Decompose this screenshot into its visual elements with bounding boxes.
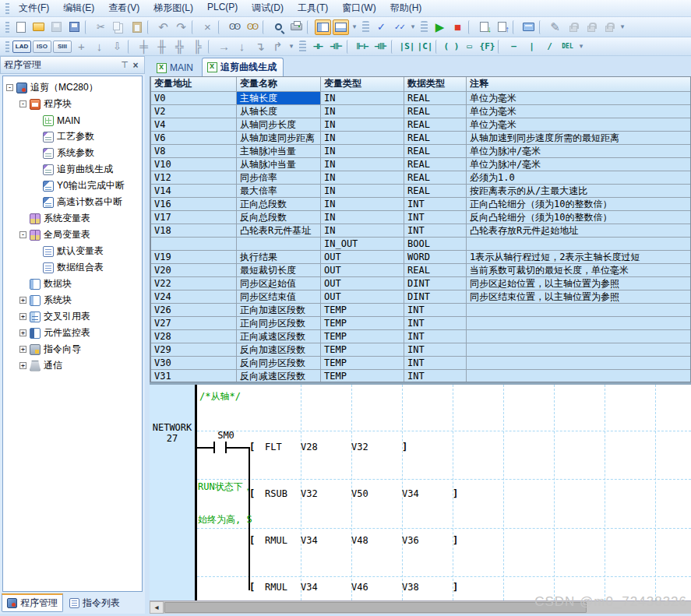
- expander-icon[interactable]: +: [19, 297, 26, 304]
- tree-item[interactable]: + 交叉引用表: [3, 308, 142, 325]
- cell-data-type[interactable]: REAL: [404, 171, 467, 184]
- parallel-branch-close-icon[interactable]: ╠: [189, 39, 206, 55]
- upload-from-plc-icon[interactable]: [494, 19, 510, 35]
- instruction-operand[interactable]: V38: [402, 582, 453, 593]
- menu-item[interactable]: 编辑(E): [56, 0, 101, 16]
- cell-address[interactable]: V29: [151, 343, 237, 356]
- menu-item[interactable]: 文件(F): [12, 0, 56, 16]
- cell-var-type[interactable]: TEMP: [321, 357, 404, 369]
- compile-all-icon[interactable]: ✓✓: [391, 19, 407, 35]
- tree-item[interactable]: MAIN: [3, 112, 142, 128]
- stop-icon[interactable]: ■: [450, 19, 466, 35]
- cell-data-type[interactable]: INT: [404, 211, 467, 224]
- cell-data-type[interactable]: INT: [404, 317, 467, 329]
- cell-address[interactable]: V22: [151, 277, 237, 290]
- cell-var-type[interactable]: IN: [321, 185, 404, 197]
- ladder-instruction[interactable]: [ RSUB V32 V50 V34 ]: [249, 488, 464, 500]
- cell-data-type[interactable]: INT: [404, 330, 467, 343]
- var-table-row[interactable]: V20 最短裁切长度 OUT REAL 当前系数可裁切的最短长度，单位毫米: [151, 264, 690, 277]
- cell-comment[interactable]: 同步区起始位置，以主轴位置为参照: [467, 277, 690, 290]
- compile-icon[interactable]: ✓: [373, 19, 390, 35]
- branch-close-icon[interactable]: ╫: [153, 39, 170, 55]
- toggle-project-panel-icon[interactable]: [315, 19, 331, 35]
- toolbar-separator[interactable]: [391, 40, 397, 54]
- cut-icon[interactable]: ✂: [93, 19, 109, 35]
- toolbar-separator[interactable]: [513, 20, 518, 34]
- cell-data-type[interactable]: REAL: [404, 264, 467, 276]
- toolbar-overflow-icon[interactable]: ▾: [287, 39, 295, 55]
- var-table-row[interactable]: V24 同步区结束值 OUT DINT 同步区结束位置，以主轴位置为参照: [151, 290, 690, 304]
- ladder-instruction[interactable]: [ FLT V28 V32 ]: [249, 441, 464, 453]
- instruction-operand[interactable]: V28: [301, 442, 351, 452]
- cell-name[interactable]: 从轴同步长度: [237, 118, 321, 131]
- cell-var-type[interactable]: TEMP: [321, 343, 404, 356]
- cell-address[interactable]: V17: [151, 211, 237, 224]
- ladder-editor[interactable]: NETWORK 27 /*从轴*/ SM0 RUN状态下， 始终为高, S [ …: [150, 385, 691, 600]
- toolbar-overflow-icon[interactable]: ▾: [351, 19, 358, 35]
- cell-var-type[interactable]: IN: [321, 158, 404, 171]
- function-instruction-icon[interactable]: {F}: [479, 39, 495, 55]
- unlock-icon[interactable]: [583, 19, 599, 35]
- cell-name[interactable]: 正向总段数: [237, 198, 321, 210]
- insert-cell-icon[interactable]: +: [73, 39, 90, 55]
- toggle-output-panel-icon[interactable]: [333, 19, 349, 35]
- cell-data-type[interactable]: REAL: [404, 158, 467, 171]
- cell-name[interactable]: 反向减速区段数: [237, 370, 321, 382]
- cell-var-type[interactable]: IN: [321, 118, 404, 131]
- tree-item[interactable]: 系统变量表: [3, 210, 142, 227]
- contact-closed-parallel-icon[interactable]: ⊣⊪: [372, 39, 389, 55]
- download-to-plc-icon[interactable]: [476, 19, 492, 35]
- contact-closed-icon[interactable]: ⊩⊢: [354, 39, 371, 55]
- cell-name[interactable]: 主轴脉冲当量: [237, 145, 321, 157]
- cell-data-type[interactable]: REAL: [404, 132, 467, 144]
- document-tab[interactable]: 追剪曲线生成: [202, 58, 284, 76]
- save-icon[interactable]: [48, 19, 65, 35]
- coil-icon[interactable]: ( ): [443, 39, 460, 55]
- cell-comment[interactable]: [467, 304, 690, 316]
- tree-item[interactable]: Y0输出完成中断: [3, 178, 142, 194]
- cell-comment[interactable]: [467, 343, 690, 356]
- copy-icon[interactable]: [111, 19, 127, 35]
- cell-name[interactable]: 反向加速区段数: [237, 343, 321, 356]
- tree-item[interactable]: 系统参数: [3, 145, 142, 161]
- toolbar-overflow-icon[interactable]: ▾: [577, 39, 585, 55]
- cell-comment[interactable]: 必须为1.0: [467, 171, 690, 184]
- var-table-row[interactable]: V19 执行结果 OUT WORD 1表示从轴行程过短，2表示主轴长度过短: [151, 251, 690, 264]
- column-header[interactable]: 变量名称: [237, 77, 321, 91]
- cell-data-type[interactable]: REAL: [404, 145, 467, 157]
- cell-comment[interactable]: 从轴加速到同步速度所需的最短距离: [467, 132, 690, 144]
- cell-address[interactable]: V31: [151, 370, 237, 382]
- cell-name[interactable]: 执行结果: [237, 251, 321, 263]
- sidebar-footer-tab[interactable]: 程序管理: [2, 593, 63, 612]
- sfc-view-icon[interactable]: SIII: [53, 40, 72, 53]
- expander-icon[interactable]: +: [19, 313, 26, 320]
- cell-var-type[interactable]: TEMP: [321, 317, 404, 329]
- toolbar-separator[interactable]: [539, 20, 545, 34]
- toolbar-separator[interactable]: [307, 20, 312, 34]
- toolbar-separator[interactable]: [128, 40, 133, 54]
- cell-address[interactable]: V10: [151, 158, 237, 171]
- delete-line-icon[interactable]: ∕: [541, 39, 558, 55]
- cell-data-type[interactable]: REAL: [404, 92, 467, 104]
- cell-address[interactable]: [151, 238, 237, 250]
- var-table-row[interactable]: V28 正向减速区段数 TEMP INT: [151, 330, 690, 343]
- cell-var-type[interactable]: IN: [321, 145, 404, 157]
- lock-icon[interactable]: [565, 19, 581, 35]
- vertical-line-icon[interactable]: |: [524, 39, 540, 55]
- delete-element-icon[interactable]: DEL: [559, 39, 576, 55]
- instruction-operand[interactable]: V46: [351, 582, 402, 593]
- ladder-instruction[interactable]: [ RMUL V34 V46 V38 ]: [249, 581, 464, 593]
- lad-view-icon[interactable]: LAD: [12, 40, 31, 53]
- var-table-row[interactable]: V18 凸轮表R元件基址 IN INT 凸轮表存放R元件起始地址: [151, 224, 690, 238]
- menu-item[interactable]: 梯形图(L): [146, 0, 200, 16]
- menu-item[interactable]: 查看(V): [101, 0, 146, 16]
- column-header[interactable]: 变量地址: [151, 77, 237, 91]
- var-table-row[interactable]: V10 从轴脉冲当量 IN REAL 单位为脉冲/毫米: [151, 158, 690, 171]
- cell-var-type[interactable]: TEMP: [321, 370, 404, 382]
- expander-icon[interactable]: +: [19, 329, 26, 336]
- cell-var-type[interactable]: TEMP: [321, 304, 404, 316]
- branch-open-icon[interactable]: ╪: [136, 39, 152, 55]
- cell-var-type[interactable]: IN: [321, 211, 404, 224]
- save-all-icon[interactable]: [66, 19, 83, 35]
- var-table-row[interactable]: V27 正向同步区段数 TEMP INT: [151, 317, 690, 330]
